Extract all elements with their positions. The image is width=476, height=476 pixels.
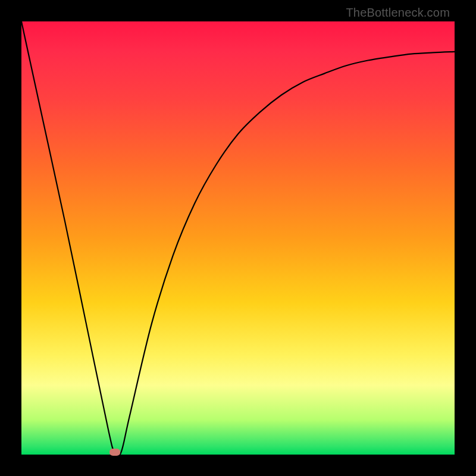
chart-frame: TheBottleneck.com [0, 0, 476, 476]
curve-svg [21, 21, 455, 455]
plot-area [21, 21, 455, 455]
watermark-text: TheBottleneck.com [346, 6, 450, 20]
optimal-point-marker [109, 449, 120, 456]
bottleneck-curve [21, 21, 455, 456]
